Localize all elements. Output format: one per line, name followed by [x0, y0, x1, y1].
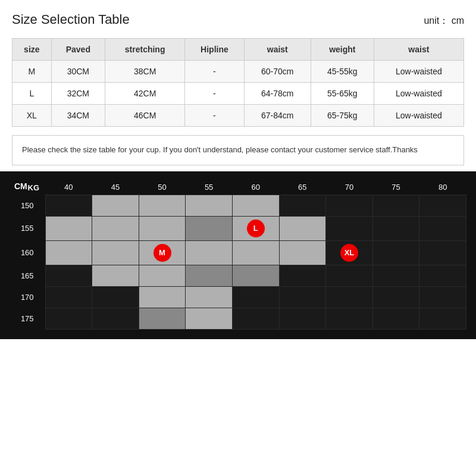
chart-kg-header: 60: [232, 180, 279, 195]
col-header-stretching: stretching: [105, 39, 184, 61]
chart-cell: XL: [326, 240, 373, 265]
chart-section: KGCM404550556065707580 150155L160MXL1651…: [0, 171, 476, 339]
chart-cell: [186, 308, 233, 329]
chart-cm-header: 165: [10, 265, 45, 286]
chart-cell: [45, 308, 92, 329]
chart-cell: [326, 265, 373, 286]
chart-cell: [186, 286, 233, 308]
chart-cell: [45, 216, 92, 240]
chart-cell: [279, 286, 326, 308]
note-box: Please check the size table for your cup…: [12, 135, 464, 165]
chart-cell: [419, 216, 466, 240]
chart-cell: [45, 286, 92, 308]
chart-cell: [279, 265, 326, 286]
chart-row: 150: [10, 195, 466, 216]
chart-cell: [139, 286, 186, 308]
chart-cell: [45, 265, 92, 286]
chart-cell: [419, 265, 466, 286]
chart-kg-header: 80: [419, 180, 466, 195]
chart-cm-header: 150: [10, 195, 45, 216]
chart-cell: [139, 265, 186, 286]
chart-kg-header: 55: [186, 180, 233, 195]
chart-cell: [372, 216, 419, 240]
chart-cell: [232, 286, 279, 308]
chart-cm-header: 170: [10, 286, 45, 308]
chart-cell: [372, 195, 419, 216]
chart-cell: [45, 240, 92, 265]
chart-cell: [92, 286, 139, 308]
chart-header-row: KGCM404550556065707580: [10, 180, 466, 195]
chart-cell: [372, 265, 419, 286]
chart-cell: [279, 195, 326, 216]
chart-cell: [326, 195, 373, 216]
chart-cell: [186, 265, 233, 286]
chart-cell: [326, 216, 373, 240]
chart-cell: [92, 195, 139, 216]
title-row: Size Selection Table unit： cm: [12, 12, 464, 27]
chart-kg-header: 45: [92, 180, 139, 195]
chart-cell: [419, 240, 466, 265]
table-row: XL34CM46CM-67-84cm65-75kgLow-waisted: [12, 105, 464, 127]
chart-table: KGCM404550556065707580 150155L160MXL1651…: [10, 180, 466, 330]
chart-cell: [186, 216, 233, 240]
col-header-paved: Paved: [51, 39, 105, 61]
chart-cell: [92, 308, 139, 329]
top-section: Size Selection Table unit： cm size Paved…: [0, 0, 476, 171]
chart-kg-header: 75: [372, 180, 419, 195]
chart-kg-header: 65: [279, 180, 326, 195]
chart-cell: [419, 195, 466, 216]
chart-cell: [419, 308, 466, 329]
col-header-waist1: waist: [244, 39, 311, 61]
table-row: L32CM42CM-64-78cm55-65kgLow-waisted: [12, 83, 464, 105]
chart-cell: L: [232, 216, 279, 240]
chart-corner: KGCM: [10, 180, 45, 195]
chart-cell: [279, 216, 326, 240]
size-badge-l: L: [247, 220, 265, 237]
chart-cell: [139, 216, 186, 240]
chart-cm-header: 175: [10, 308, 45, 329]
col-header-waist2: waist: [374, 39, 464, 61]
chart-cell: [419, 286, 466, 308]
chart-cell: [232, 308, 279, 329]
chart-cell: [186, 195, 233, 216]
size-badge-xl: XL: [340, 244, 358, 262]
chart-row: 175: [10, 308, 466, 329]
size-badge-m: M: [154, 244, 171, 262]
chart-cell: [279, 308, 326, 329]
chart-cell: [232, 240, 279, 265]
unit-label: unit： cm: [424, 15, 464, 27]
chart-cm-header: 155: [10, 216, 45, 240]
chart-cell: [92, 265, 139, 286]
chart-cell: [232, 195, 279, 216]
chart-cell: [92, 240, 139, 265]
chart-cell: [372, 308, 419, 329]
chart-row: 160MXL: [10, 240, 466, 265]
chart-cell: [92, 216, 139, 240]
col-header-size: size: [12, 39, 52, 61]
chart-cell: [232, 265, 279, 286]
chart-row: 170: [10, 286, 466, 308]
table-row: M30CM38CM-60-70cm45-55kgLow-waisted: [12, 61, 464, 83]
chart-cell: [45, 195, 92, 216]
chart-kg-header: 70: [326, 180, 373, 195]
chart-cell: [326, 308, 373, 329]
chart-kg-header: 50: [139, 180, 186, 195]
size-table: size Paved stretching Hipline waist weig…: [12, 38, 464, 127]
page-title: Size Selection Table: [12, 12, 130, 27]
chart-row: 155L: [10, 216, 466, 240]
chart-cell: [139, 308, 186, 329]
chart-cell: [186, 240, 233, 265]
chart-cell: [139, 195, 186, 216]
chart-cell: [372, 240, 419, 265]
chart-cell: [372, 286, 419, 308]
chart-cell: M: [139, 240, 186, 265]
col-header-weight: weight: [311, 39, 374, 61]
chart-cell: [279, 240, 326, 265]
chart-cm-header: 160: [10, 240, 45, 265]
table-header-row: size Paved stretching Hipline waist weig…: [12, 39, 464, 61]
col-header-hipline: Hipline: [185, 39, 244, 61]
chart-cell: [326, 286, 373, 308]
chart-row: 165: [10, 265, 466, 286]
chart-kg-header: 40: [45, 180, 92, 195]
